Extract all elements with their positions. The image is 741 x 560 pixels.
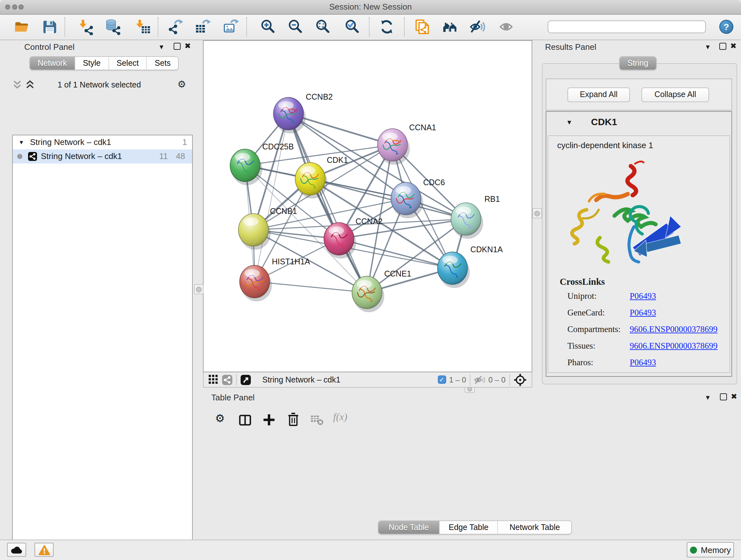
save-session-button[interactable] bbox=[41, 18, 59, 36]
network-canvas[interactable]: CCNB2CCNA1CDC25BCDK1CDC6RB1CCNB1CCNA2CDK… bbox=[203, 40, 532, 372]
crosslink-link[interactable]: 9606.ENSP00000378699 bbox=[630, 324, 718, 334]
delete-column-trash-icon[interactable] bbox=[286, 412, 300, 427]
node-label-CCNA1: CCNA1 bbox=[409, 123, 436, 132]
show-all-button[interactable] bbox=[498, 18, 516, 36]
crosslink-label: Compartments: bbox=[567, 324, 627, 334]
warnings-button[interactable] bbox=[35, 543, 54, 557]
add-column-icon[interactable] bbox=[262, 413, 276, 427]
current-network-title: String Network – cdk1 bbox=[262, 375, 340, 384]
zoom-selected-button[interactable] bbox=[343, 18, 361, 36]
network-tree: ▼ String Network – cdk1 1 String Network… bbox=[12, 135, 193, 560]
network-collection-row[interactable]: ▼ String Network – cdk1 1 bbox=[13, 135, 192, 149]
crosslink-link[interactable]: 9606.ENSP00000378699 bbox=[630, 341, 718, 351]
network-node-CCNE1[interactable] bbox=[352, 276, 384, 312]
export-image-button[interactable] bbox=[222, 18, 240, 36]
table-panel-title: Table Panel bbox=[211, 393, 255, 402]
import-network-from-database-button[interactable] bbox=[104, 18, 122, 36]
network-node-CCNB2[interactable] bbox=[273, 98, 306, 133]
function-builder-icon: f(x) bbox=[333, 411, 347, 423]
save-floppy-icon bbox=[42, 18, 58, 35]
export-table-icon bbox=[195, 18, 211, 35]
help-button[interactable]: ? bbox=[719, 20, 733, 34]
control-panel-title: Control Panel bbox=[24, 42, 75, 52]
clone-network-icon bbox=[414, 18, 430, 35]
network-node-RB1[interactable] bbox=[451, 203, 483, 239]
show-columns-icon[interactable] bbox=[238, 413, 252, 427]
network-edge[interactable] bbox=[255, 114, 288, 282]
network-row[interactable]: String Network – cdk1 11 48 bbox=[13, 149, 192, 164]
crosslink-row: Uniprot: P06493 bbox=[567, 291, 727, 308]
network-node-HIST1H1A[interactable] bbox=[240, 265, 272, 301]
network-options-gear-icon[interactable]: ⚙ bbox=[178, 78, 186, 90]
hidden-node-edge-counts: 0 – 0 bbox=[488, 375, 506, 384]
panel-float-icon[interactable] bbox=[174, 43, 181, 50]
export-network-button[interactable] bbox=[166, 18, 185, 36]
network-node-CCNA2[interactable] bbox=[324, 223, 356, 259]
left-splitter-handle[interactable] bbox=[194, 284, 204, 294]
panel-close-icon[interactable]: ✖ bbox=[185, 43, 191, 49]
node-label-HIST1H1A: HIST1H1A bbox=[272, 257, 310, 266]
expand-all-button[interactable]: Expand All bbox=[567, 87, 630, 102]
tab-edge-table[interactable]: Edge Table bbox=[439, 521, 497, 534]
open-session-button[interactable] bbox=[13, 18, 30, 36]
memory-button[interactable]: Memory bbox=[687, 542, 734, 557]
import-network-from-file-button[interactable] bbox=[77, 18, 95, 36]
first-neighbors-button[interactable] bbox=[441, 18, 459, 36]
tab-node-table[interactable]: Node Table bbox=[379, 521, 439, 534]
zoom-fit-button[interactable] bbox=[314, 18, 332, 36]
tab-string[interactable]: String bbox=[620, 57, 656, 70]
collapse-all-button[interactable]: Collapse All bbox=[642, 87, 709, 102]
node-label-CCNA2: CCNA2 bbox=[355, 217, 383, 226]
birds-eye-view-icon[interactable] bbox=[514, 373, 527, 386]
string-view-icon[interactable] bbox=[222, 374, 232, 385]
tab-network-table[interactable]: Network Table bbox=[497, 521, 571, 534]
panel-menu-icon[interactable]: ▼ bbox=[704, 395, 711, 401]
node-label-CCNB1: CCNB1 bbox=[270, 206, 297, 215]
panel-close-icon[interactable]: ✖ bbox=[730, 43, 737, 49]
protein-details: cyclin-dependent kinase 1 Cros bbox=[548, 135, 730, 373]
hide-selected-button[interactable] bbox=[468, 18, 486, 36]
status-divider bbox=[470, 374, 471, 385]
node-label-CDC6: CDC6 bbox=[423, 178, 445, 187]
table-settings-gear-icon[interactable]: ⚙ bbox=[215, 412, 225, 425]
import-table-from-file-button[interactable] bbox=[134, 18, 152, 36]
network-node-CDC6[interactable] bbox=[391, 182, 423, 219]
tab-style[interactable]: Style bbox=[75, 57, 109, 70]
crosslink-label: Tissues: bbox=[567, 341, 627, 351]
panel-menu-icon[interactable]: ▼ bbox=[158, 44, 165, 51]
panel-menu-icon[interactable]: ▼ bbox=[704, 44, 711, 51]
tab-select[interactable]: Select bbox=[108, 57, 146, 70]
search-input[interactable] bbox=[548, 20, 706, 33]
zoom-in-button[interactable] bbox=[259, 18, 277, 36]
cloud-services-button[interactable] bbox=[7, 543, 26, 557]
zoom-out-button[interactable] bbox=[286, 18, 305, 36]
crosslink-link[interactable]: P06493 bbox=[630, 308, 656, 317]
node-count: 11 bbox=[159, 149, 168, 164]
crosslink-link[interactable]: P06493 bbox=[630, 358, 656, 367]
export-table-button[interactable] bbox=[194, 18, 212, 36]
selected-checkbox-icon[interactable]: ✓ bbox=[437, 375, 446, 384]
database-icon bbox=[105, 18, 121, 35]
eye-slash-icon bbox=[469, 18, 486, 35]
collection-expand-icon[interactable]: ▼ bbox=[18, 135, 24, 149]
grid-view-icon[interactable] bbox=[209, 375, 218, 384]
delete-table-icon bbox=[310, 415, 324, 426]
protein-card-collapse-icon[interactable]: ▼ bbox=[566, 119, 572, 126]
panel-float-icon[interactable] bbox=[719, 43, 726, 50]
houses-icon bbox=[442, 18, 458, 35]
apply-layout-button[interactable] bbox=[378, 18, 396, 36]
tab-network[interactable]: Network bbox=[30, 57, 75, 70]
network-node-CDC25B[interactable] bbox=[230, 149, 262, 185]
hidden-eye-slash-icon bbox=[475, 375, 485, 384]
export-network-icon bbox=[167, 18, 184, 35]
toolbar-separator bbox=[64, 17, 65, 37]
tab-sets[interactable]: Sets bbox=[146, 57, 179, 70]
panel-close-icon[interactable]: ✖ bbox=[731, 393, 737, 400]
network-node-CCNA1[interactable] bbox=[378, 129, 410, 165]
panel-float-icon[interactable] bbox=[720, 393, 727, 400]
clone-network-button[interactable] bbox=[413, 18, 431, 36]
crosslink-link[interactable]: P06493 bbox=[630, 291, 656, 301]
network-node-CDK1[interactable] bbox=[295, 163, 327, 199]
network-node-CDKN1A[interactable] bbox=[437, 252, 470, 288]
open-in-window-icon[interactable] bbox=[241, 374, 251, 385]
